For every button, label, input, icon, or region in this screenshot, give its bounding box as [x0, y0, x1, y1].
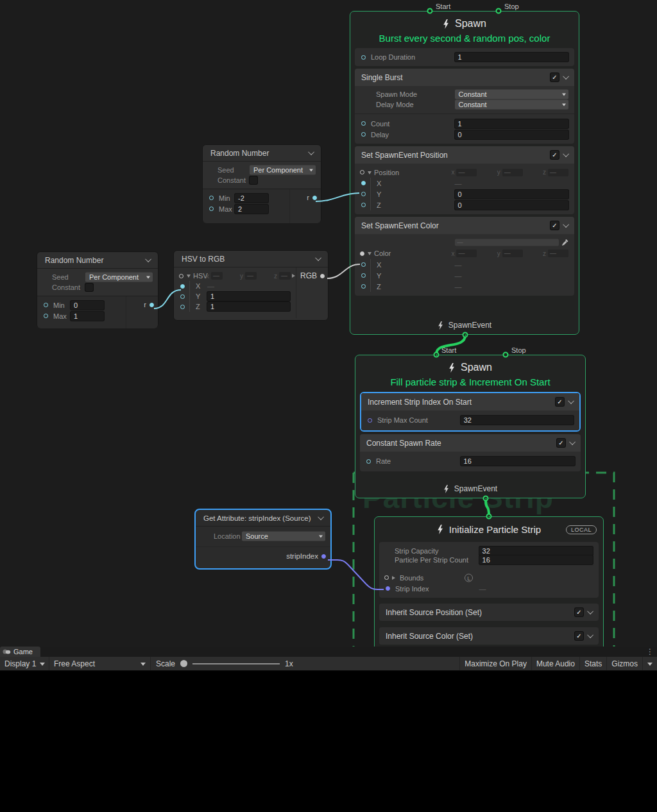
- chevron-down-icon[interactable]: [569, 439, 576, 445]
- min-port[interactable]: [44, 303, 48, 307]
- block-loop-duration[interactable]: Loop Duration 1: [355, 48, 574, 66]
- node-spawn-burst[interactable]: Start Stop Spawn Burst every second & ra…: [350, 11, 579, 335]
- seed-dropdown[interactable]: Per Component: [250, 165, 316, 175]
- vfx-graph-canvas[interactable]: Particle Strip Random Number Seed Per Co…: [0, 0, 657, 647]
- position-port[interactable]: [360, 170, 364, 174]
- enabled-checkbox[interactable]: ✓: [550, 221, 559, 230]
- delay-field[interactable]: 0: [455, 130, 568, 139]
- window-menu-icon[interactable]: ⋮: [646, 647, 654, 657]
- random-output-port[interactable]: [312, 196, 317, 200]
- node-header[interactable]: Random Number: [37, 252, 158, 269]
- spawn-burst-stop-port[interactable]: [496, 8, 502, 14]
- chevron-down-icon[interactable]: [563, 73, 569, 80]
- position-z-field[interactable]: 0: [455, 201, 568, 210]
- expand-icon[interactable]: [292, 274, 297, 278]
- position-y-field[interactable]: 0: [455, 190, 568, 199]
- chevron-down-icon[interactable]: [587, 608, 593, 614]
- hsv-z-port[interactable]: [180, 305, 185, 309]
- count-field[interactable]: 1: [455, 119, 568, 128]
- chevron-down-icon[interactable]: [145, 256, 151, 262]
- delay-mode-dropdown[interactable]: Constant: [455, 100, 568, 110]
- block-increment-strip-index[interactable]: Increment Strip Index On Start✓ Strip Ma…: [361, 393, 579, 430]
- mute-audio-button[interactable]: Mute Audio: [532, 657, 579, 670]
- block-inherit-source-color[interactable]: Inherit Source Color (Set)✓: [379, 627, 599, 645]
- node-hsv-to-rgb[interactable]: HSV to RGB HSV x— y— z— X — Y 1 Z 1 RGB: [173, 250, 328, 321]
- context-header[interactable]: Spawn: [350, 16, 579, 31]
- color-y-port[interactable]: [361, 273, 366, 278]
- particle-per-strip-field[interactable]: 16: [479, 555, 593, 564]
- max-port[interactable]: [44, 314, 48, 318]
- spawn-burst-start-port[interactable]: [427, 8, 433, 14]
- bounds-port[interactable]: [384, 575, 389, 580]
- location-dropdown[interactable]: Source: [242, 532, 325, 541]
- block-inherit-source-position[interactable]: Inherit Source Position (Set)✓: [379, 604, 599, 621]
- hsv-x-port[interactable]: [180, 284, 185, 289]
- expand-icon[interactable]: [368, 252, 371, 257]
- max-port[interactable]: [209, 207, 214, 211]
- chevron-down-icon[interactable]: [568, 398, 574, 404]
- context-header[interactable]: Spawn: [355, 360, 585, 375]
- chevron-down-icon[interactable]: [315, 255, 321, 261]
- min-field[interactable]: -2: [235, 194, 268, 203]
- hsv-port[interactable]: [179, 274, 183, 278]
- stripindex-output-port[interactable]: [321, 554, 326, 559]
- rgb-output-port[interactable]: [320, 274, 325, 278]
- stats-button[interactable]: Stats: [580, 657, 606, 670]
- loop-duration-field[interactable]: 1: [455, 53, 568, 62]
- strip-max-count-field[interactable]: 32: [461, 416, 574, 425]
- delay-port[interactable]: [361, 132, 366, 137]
- node-header[interactable]: Random Number: [203, 145, 321, 162]
- enabled-checkbox[interactable]: ✓: [575, 632, 583, 640]
- local-space-badge[interactable]: LOCAL: [566, 525, 597, 534]
- node-random-number-top[interactable]: Random Number Seed Per Component Constan…: [202, 144, 321, 223]
- node-header[interactable]: HSV to RGB: [174, 251, 328, 267]
- chevron-down-icon[interactable]: [563, 151, 569, 157]
- spawn-mode-dropdown[interactable]: Constant: [455, 90, 568, 99]
- block-constant-spawn-rate[interactable]: Constant Spawn Rate✓ Rate 16: [360, 434, 581, 471]
- strip-max-count-port[interactable]: [368, 418, 372, 423]
- enabled-checkbox[interactable]: ✓: [575, 608, 583, 616]
- color-port[interactable]: [360, 251, 364, 256]
- chevron-down-icon[interactable]: [563, 221, 569, 228]
- spawn-burst-output-port[interactable]: [463, 332, 468, 338]
- expand-icon[interactable]: [392, 576, 397, 580]
- local-space-icon[interactable]: L: [465, 573, 473, 582]
- node-get-attribute-stripindex[interactable]: Get Attribute: stripIndex (Source) Locat…: [194, 509, 332, 570]
- node-random-number-left[interactable]: Random Number Seed Per Component Constan…: [37, 251, 158, 328]
- loop-duration-port[interactable]: [361, 55, 366, 60]
- count-port[interactable]: [361, 121, 366, 126]
- chevron-down-icon[interactable]: [587, 632, 593, 638]
- spawn-strip-start-port[interactable]: [434, 352, 439, 358]
- block-header[interactable]: Increment Strip Index On Start✓: [361, 393, 579, 410]
- block-strip-settings[interactable]: Strip Capacity 32 Particle Per Strip Cou…: [379, 542, 599, 598]
- rate-port[interactable]: [366, 459, 371, 464]
- strip-index-port[interactable]: [386, 586, 390, 591]
- block-header[interactable]: Inherit Source Position (Set)✓: [379, 604, 599, 621]
- scale-slider-knob[interactable]: [180, 660, 187, 667]
- position-z-port[interactable]: [361, 203, 366, 207]
- constant-checkbox[interactable]: [85, 283, 93, 291]
- chevron-down-icon[interactable]: [318, 514, 324, 520]
- enabled-checkbox[interactable]: ✓: [550, 73, 559, 81]
- spawn-strip-output-port[interactable]: [483, 496, 489, 502]
- max-field[interactable]: 2: [235, 205, 268, 214]
- node-spawn-strip[interactable]: Start Stop Spawn Fill particle strip & I…: [355, 355, 586, 498]
- scale-slider-track[interactable]: [192, 663, 280, 664]
- color-x-port[interactable]: [361, 262, 366, 267]
- block-set-spawnevent-color[interactable]: Set SpawnEvent Color✓ — Color x— y— z— X…: [355, 217, 574, 296]
- constant-checkbox[interactable]: [250, 176, 257, 184]
- block-header[interactable]: Set SpawnEvent Color✓: [355, 217, 574, 234]
- position-x-port[interactable]: [361, 181, 366, 185]
- maximize-on-play-button[interactable]: Maximize On Play: [460, 657, 531, 670]
- max-field[interactable]: 1: [71, 312, 104, 321]
- gizmos-button[interactable]: Gizmos: [607, 657, 642, 670]
- block-header[interactable]: Inherit Source Color (Set)✓: [379, 627, 599, 645]
- min-field[interactable]: 0: [71, 301, 104, 310]
- block-header[interactable]: Set SpawnEvent Position✓: [355, 146, 574, 164]
- position-y-port[interactable]: [361, 192, 366, 196]
- block-header[interactable]: Constant Spawn Rate✓: [360, 434, 581, 452]
- block-header[interactable]: Single Burst✓: [355, 69, 574, 86]
- node-initialize-particle-strip[interactable]: LOCAL Initialize Particle Strip Strip Ca…: [374, 516, 604, 647]
- hsv-y-port[interactable]: [180, 294, 185, 299]
- expand-icon[interactable]: [187, 275, 191, 280]
